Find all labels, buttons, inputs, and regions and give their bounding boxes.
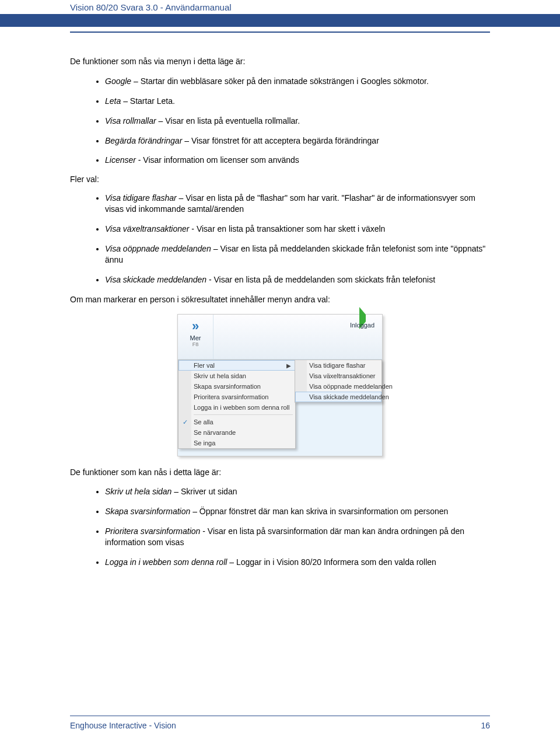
submenu-item-ooppnade-meddelanden[interactable]: Visa oöppnade meddelanden (295, 381, 382, 392)
menu-item-fler-val[interactable]: Fler val ▶ (178, 360, 295, 371)
paragraph-functions-available: De funktioner som kan nås i detta läge ä… (70, 467, 490, 478)
menu-item-se-alla[interactable]: ✓ Se alla (178, 417, 295, 427)
list-desc: – Öppnar fönstret där man kan skriva in … (190, 507, 448, 516)
menu-item-skapa[interactable]: Skapa svarsinformation (178, 381, 295, 392)
loggedin-button[interactable]: Inloggad (345, 315, 380, 359)
chevron-right-icon: ▶ (286, 362, 291, 369)
menu-item-se-narvarande[interactable]: Se närvarande (178, 427, 295, 438)
more-button-shortcut: F8 (178, 341, 213, 347)
list-item: Visa skickade meddelanden - Visar en lis… (105, 274, 490, 285)
loggedin-button-label: Inloggad (345, 322, 380, 329)
list-desc: – Skriver ut sidan (172, 487, 237, 496)
list-term: Visa skickade meddelanden (105, 275, 206, 284)
list-term: Visa tidigare flashar (105, 193, 177, 203)
list-term: Licenser (105, 155, 136, 165)
context-submenu: Visa tidigare flashar Visa växeltransakt… (295, 360, 382, 403)
footer-rule (70, 716, 490, 716)
list-term: Visa växeltransaktioner (105, 224, 189, 233)
submenu-item-tidigare-flashar[interactable]: Visa tidigare flashar (295, 360, 382, 371)
feature-list-1: Google – Startar din webbläsare söker på… (70, 76, 490, 166)
footer-page-number: 16 (481, 721, 490, 730)
list-item: Google – Startar din webbläsare söker på… (105, 76, 490, 87)
submenu-item-vaxeltransaktioner[interactable]: Visa växeltransaktioner (295, 371, 382, 381)
header-blue-bar (0, 14, 560, 27)
menu-item-prioritera[interactable]: Prioritera svarsinformation (178, 392, 295, 402)
list-item: Leta – Startar Leta. (105, 96, 490, 107)
context-menu: Fler val ▶ Skriv ut hela sidan Skapa sva… (178, 360, 296, 449)
list-item: Visa tidigare flashar – Visar en lista p… (105, 193, 490, 215)
toolbar: » Mer F8 Inloggad (178, 315, 382, 360)
list-term: Logga in i webben som denna roll (105, 557, 227, 567)
list-desc: – Visar en lista på eventuella rollmalla… (156, 116, 300, 125)
list-term: Prioritera svarsinformation (105, 526, 200, 536)
menu-separator (194, 414, 293, 415)
page-header: Vision 80/20 Svara 3.0 - Användarmanual (0, 0, 560, 14)
list-item: Prioritera svarsinformation - Visar en l… (105, 526, 490, 548)
list-desc: – Visar fönstret för att acceptera begär… (182, 136, 379, 145)
list-item: Visa växeltransaktioner - Visar en lista… (105, 224, 490, 235)
list-term: Leta (105, 96, 121, 106)
check-icon: ✓ (183, 418, 188, 426)
footer-left: Enghouse Interactive - Vision (70, 721, 176, 730)
menu-item-logga-in[interactable]: Logga in i webben som denna roll (178, 402, 295, 413)
list-term: Google (105, 76, 131, 86)
list-desc: - Visar en lista på de meddelanden som s… (206, 275, 435, 284)
list-item: Logga in i webben som denna roll – Logga… (105, 557, 490, 568)
menu-item-se-inga[interactable]: Se inga (178, 438, 295, 448)
list-term: Skapa svarsinformation (105, 507, 190, 516)
menu-item-label: Se alla (194, 418, 214, 425)
list-desc: - Visar en lista på transaktioner som ha… (189, 224, 385, 233)
list-term: Visa oöppnade meddelanden (105, 244, 211, 253)
list-term: Skriv ut hela sidan (105, 487, 172, 496)
page-footer: Enghouse Interactive - Vision 16 (70, 716, 490, 730)
list-item: Skriv ut hela sidan – Skriver ut sidan (105, 486, 490, 497)
list-item: Visa oöppnade meddelanden – Visar en lis… (105, 243, 490, 266)
menu-item-label: Fler val (194, 362, 215, 369)
list-item: Visa rollmallar – Visar en lista på even… (105, 116, 490, 127)
feature-list-2: Visa tidigare flashar – Visar en lista p… (70, 193, 490, 285)
intro-paragraph: De funktioner som nås via menyn i detta … (70, 56, 490, 67)
menu-item-skriv-ut[interactable]: Skriv ut hela sidan (178, 371, 295, 381)
list-term: Begärda förändringar (105, 136, 182, 145)
list-item: Begärda förändringar – Visar fönstret fö… (105, 135, 490, 146)
list-desc: - Visar information om licenser som anvä… (136, 155, 299, 165)
chevron-right-icon: » (188, 319, 202, 333)
submenu-item-skickade-meddelanden[interactable]: Visa skickade meddelanden (295, 392, 382, 402)
list-desc: – Loggar in i Vision 80/20 Informera som… (227, 557, 436, 567)
feature-list-3: Skriv ut hela sidan – Skriver ut sidan S… (70, 486, 490, 567)
paragraph-selected-person: Om man markerar en person i sökresultate… (70, 294, 490, 305)
list-item: Skapa svarsinformation – Öppnar fönstret… (105, 506, 490, 517)
more-button-label: Mer (178, 334, 213, 341)
more-button[interactable]: » Mer F8 (178, 315, 214, 359)
list-item: Licenser - Visar information om licenser… (105, 155, 490, 166)
subhead-fler-val: Fler val: (70, 175, 490, 184)
list-term: Visa rollmallar (105, 116, 156, 125)
list-desc: – Startar Leta. (121, 96, 175, 106)
list-desc: – Startar din webbläsare söker på den in… (131, 76, 429, 86)
menu-screenshot: » Mer F8 Inloggad Fler val ▶ Skriv ut he… (177, 314, 383, 456)
